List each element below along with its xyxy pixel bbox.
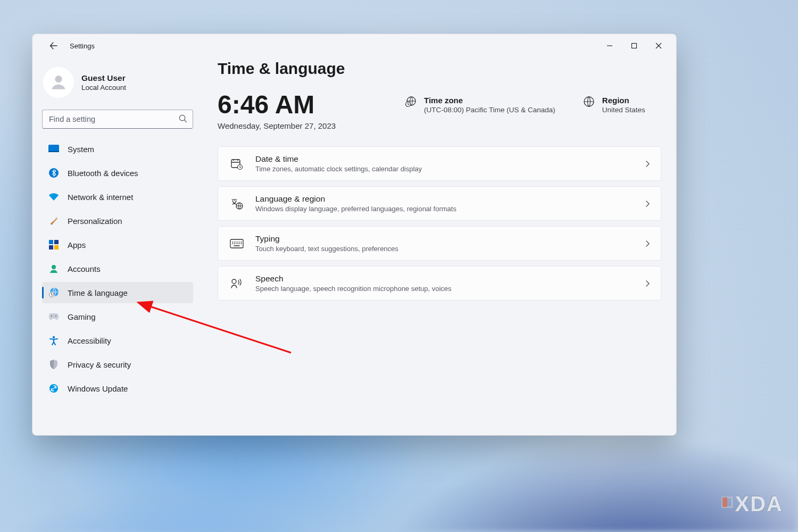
close-button[interactable] xyxy=(646,37,671,54)
globe-icon xyxy=(583,96,595,107)
nav-privacy[interactable]: Privacy & security xyxy=(42,354,193,375)
svg-rect-9 xyxy=(49,245,53,250)
nav-label: Apps xyxy=(68,240,86,250)
nav-label: Privacy & security xyxy=(68,360,131,369)
svg-rect-7 xyxy=(49,240,53,244)
search-input[interactable] xyxy=(42,110,193,129)
settings-window: Settings Guest User Local Account xyxy=(32,34,677,436)
caption-buttons xyxy=(597,37,671,54)
sidebar: Guest User Local Account System Bluetoot… xyxy=(32,57,203,435)
timezone-value: (UTC-08:00) Pacific Time (US & Canada) xyxy=(424,106,555,114)
minimize-button[interactable] xyxy=(597,37,622,54)
gaming-icon xyxy=(48,313,59,320)
card-subtitle: Touch keyboard, text suggestions, prefer… xyxy=(255,245,633,253)
timezone-icon xyxy=(405,96,417,107)
nav-personalization[interactable]: Personalization xyxy=(42,210,193,231)
nav-network[interactable]: Network & internet xyxy=(42,186,193,207)
back-button[interactable] xyxy=(43,35,64,56)
card-title: Language & region xyxy=(255,194,633,204)
card-subtitle: Windows display language, preferred lang… xyxy=(255,205,633,213)
bluetooth-icon xyxy=(48,168,59,178)
svg-rect-0 xyxy=(632,44,637,48)
nav-accounts[interactable]: Accounts xyxy=(42,258,193,279)
chevron-right-icon xyxy=(645,280,650,287)
svg-point-1 xyxy=(55,76,62,82)
card-typing[interactable]: Typing Touch keyboard, text suggestions,… xyxy=(218,226,661,261)
nav-time-language[interactable]: Time & language xyxy=(42,282,193,303)
nav-label: Windows Update xyxy=(68,384,128,393)
wifi-icon xyxy=(48,193,59,201)
nav-apps[interactable]: Apps xyxy=(42,234,193,255)
info-row: 6:46 AM Wednesday, September 27, 2023 Ti… xyxy=(218,92,661,130)
card-title: Typing xyxy=(255,234,633,244)
system-icon xyxy=(48,145,59,153)
arrow-left-icon xyxy=(49,41,58,50)
region-tile[interactable]: Region United States xyxy=(583,92,645,114)
time-language-icon xyxy=(48,287,59,298)
nav-windows-update[interactable]: Windows Update xyxy=(42,378,193,399)
card-speech[interactable]: Speech Speech language, speech recogniti… xyxy=(218,266,661,301)
nav-label: Bluetooth & devices xyxy=(68,169,138,178)
card-language-region[interactable]: Language & region Windows display langua… xyxy=(218,186,661,221)
svg-point-16 xyxy=(55,315,56,317)
svg-rect-8 xyxy=(54,240,59,244)
language-icon xyxy=(230,197,244,210)
svg-point-17 xyxy=(53,336,55,338)
speech-icon xyxy=(230,277,244,290)
brush-icon xyxy=(48,216,59,226)
card-subtitle: Time zones, automatic clock settings, ca… xyxy=(255,165,633,173)
clock-date: Wednesday, September 27, 2023 xyxy=(218,121,377,130)
update-icon xyxy=(48,384,59,393)
chevron-right-icon xyxy=(645,160,650,168)
timezone-tile[interactable]: Time zone (UTC-08:00) Pacific Time (US &… xyxy=(405,92,555,114)
nav-label: Gaming xyxy=(68,312,96,321)
calendar-clock-icon xyxy=(230,157,244,170)
nav-list: System Bluetooth & devices Network & int… xyxy=(42,138,193,399)
svg-point-15 xyxy=(51,315,52,317)
svg-rect-3 xyxy=(48,145,59,152)
user-block[interactable]: Guest User Local Account xyxy=(43,67,193,98)
nav-system[interactable]: System xyxy=(42,138,193,160)
nav-label: Accounts xyxy=(68,264,101,273)
close-icon xyxy=(655,43,662,49)
accessibility-icon xyxy=(48,336,59,345)
nav-label: Time & language xyxy=(68,288,128,297)
card-subtitle: Speech language, speech recognition micr… xyxy=(255,285,633,293)
svg-rect-4 xyxy=(48,151,59,152)
region-value: United States xyxy=(602,106,645,114)
shield-icon xyxy=(48,360,59,369)
chevron-right-icon xyxy=(645,240,650,247)
main-content: Time & language 6:46 AM Wednesday, Septe… xyxy=(203,57,676,435)
titlebar: Settings xyxy=(32,34,676,57)
user-name: Guest User xyxy=(81,73,126,83)
svg-point-6 xyxy=(55,217,57,219)
nav-gaming[interactable]: Gaming xyxy=(42,306,193,327)
svg-point-26 xyxy=(232,279,236,284)
person-icon xyxy=(48,72,69,93)
card-title: Date & time xyxy=(255,154,633,164)
avatar xyxy=(43,67,74,98)
nav-label: System xyxy=(68,145,94,154)
window-title: Settings xyxy=(70,42,95,50)
user-subtitle: Local Account xyxy=(81,84,126,92)
svg-rect-29 xyxy=(722,497,727,507)
nav-label: Network & internet xyxy=(68,193,133,202)
watermark: XDA xyxy=(721,492,783,516)
svg-point-11 xyxy=(52,265,56,269)
apps-icon xyxy=(48,240,59,250)
maximize-icon xyxy=(631,43,637,49)
nav-bluetooth[interactable]: Bluetooth & devices xyxy=(42,162,193,184)
nav-label: Personalization xyxy=(68,217,122,226)
region-label: Region xyxy=(602,96,645,105)
card-date-time[interactable]: Date & time Time zones, automatic clock … xyxy=(218,146,661,181)
svg-rect-10 xyxy=(54,245,59,250)
accounts-icon xyxy=(48,264,59,273)
clock-time: 6:46 AM xyxy=(218,92,377,118)
maximize-button[interactable] xyxy=(622,37,646,54)
keyboard-icon xyxy=(230,239,244,248)
nav-accessibility[interactable]: Accessibility xyxy=(42,330,193,351)
nav-label: Accessibility xyxy=(68,336,111,345)
card-title: Speech xyxy=(255,274,633,284)
minimize-icon xyxy=(606,43,613,49)
timezone-label: Time zone xyxy=(424,96,555,105)
